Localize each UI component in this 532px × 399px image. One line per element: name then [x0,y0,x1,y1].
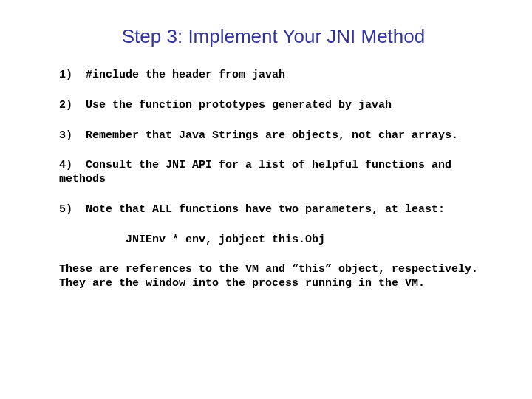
item-text: Note that ALL functions have two paramet… [86,203,445,216]
list-item: 1)#include the header from javah [59,69,488,83]
code-signature: JNIEnv * env, jobject this.Obj [59,233,488,248]
item-text: Consult the JNI API for a list of helpfu… [59,159,451,185]
item-number: 4) [59,159,72,171]
item-text: Remember that Java Strings are objects, … [86,129,458,142]
item-text: Use the function prototypes generated by… [86,99,392,112]
list-item: 3)Remember that Java Strings are objects… [59,129,488,143]
item-number: 3) [59,129,72,142]
item-text: #include the header from javah [86,69,285,81]
item-number: 2) [59,99,72,112]
item-number: 5) [59,203,72,216]
footer-text: These are references to the VM and “this… [59,263,488,291]
list-item: 2)Use the function prototypes generated … [59,99,488,113]
list-item: 4)Consult the JNI API for a list of help… [59,159,488,187]
list-item: 5)Note that ALL functions have two param… [59,203,488,217]
slide-title: Step 3: Implement Your JNI Method [59,25,488,48]
item-number: 1) [59,69,72,81]
slide: Step 3: Implement Your JNI Method 1)#inc… [0,0,532,399]
